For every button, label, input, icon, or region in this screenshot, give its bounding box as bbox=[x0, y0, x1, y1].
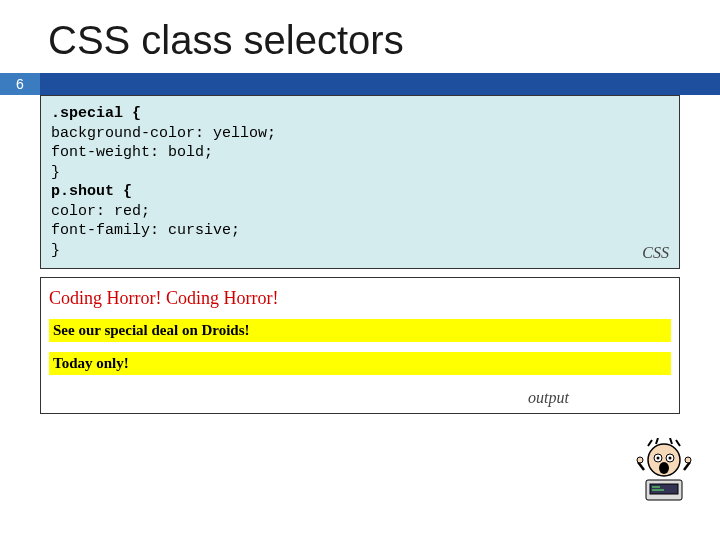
slide-title: CSS class selectors bbox=[0, 0, 720, 73]
code-line: } bbox=[51, 241, 669, 261]
code-line: .special { bbox=[51, 104, 669, 124]
svg-point-8 bbox=[685, 457, 691, 463]
css-code-box: .special { background-color: yellow; fon… bbox=[40, 95, 680, 269]
output-special-line: See our special deal on Droids! bbox=[49, 319, 671, 342]
header-bar: 6 bbox=[0, 73, 720, 95]
code-line: p.shout { bbox=[51, 182, 669, 202]
coding-horror-icon bbox=[636, 438, 692, 502]
output-label: output bbox=[528, 389, 569, 407]
code-line: font-family: cursive; bbox=[51, 221, 669, 241]
svg-point-6 bbox=[659, 462, 669, 474]
page-number: 6 bbox=[0, 73, 40, 95]
svg-point-7 bbox=[637, 457, 643, 463]
code-line: color: red; bbox=[51, 202, 669, 222]
code-line: } bbox=[51, 163, 669, 183]
output-shout-line: Coding Horror! Coding Horror! bbox=[49, 284, 671, 315]
code-line: background-color: yellow; bbox=[51, 124, 669, 144]
svg-rect-10 bbox=[650, 484, 678, 494]
output-special-line: Today only! bbox=[49, 352, 671, 375]
output-box: Coding Horror! Coding Horror! See our sp… bbox=[40, 277, 680, 414]
code-language-label: CSS bbox=[642, 243, 669, 264]
svg-point-5 bbox=[669, 457, 672, 460]
svg-point-4 bbox=[657, 457, 660, 460]
header-bar-fill bbox=[40, 73, 720, 95]
code-line: font-weight: bold; bbox=[51, 143, 669, 163]
